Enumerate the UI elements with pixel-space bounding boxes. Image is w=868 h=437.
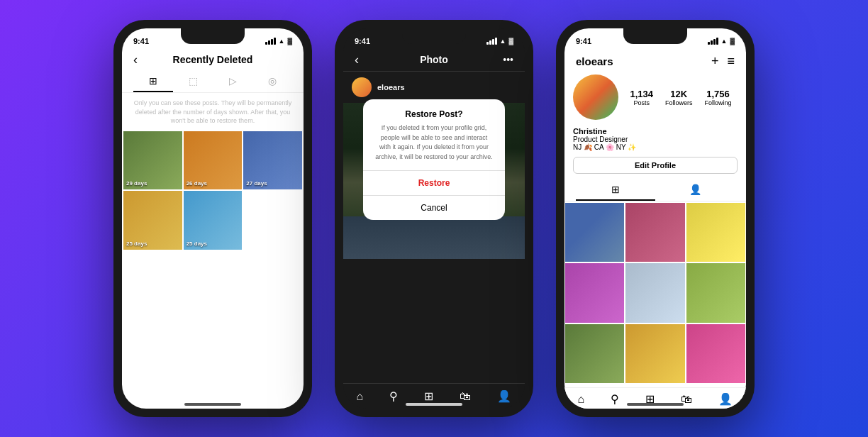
more-button[interactable]: ••• [503, 54, 513, 65]
tab-reels[interactable]: ▷ [213, 71, 252, 92]
profile-photo-3[interactable] [686, 203, 745, 262]
following-label: Following [704, 99, 731, 106]
posts-label: Posts [630, 99, 653, 106]
followers-count: 12K [665, 89, 693, 99]
nav-search-icon[interactable]: ⚲ [389, 389, 398, 403]
following-count: 1,756 [704, 89, 731, 99]
nav-reels-icon[interactable]: ⊞ [424, 389, 433, 403]
wifi-icon: ▲ [721, 38, 728, 45]
bio-name: Christine [573, 127, 738, 135]
profile-username: eloears [576, 55, 613, 67]
tab-tagged-view[interactable]: 👤 [655, 179, 735, 201]
cancel-button[interactable]: Cancel [363, 196, 505, 220]
page-title: Photo [420, 54, 448, 65]
nav-search-icon[interactable]: ⚲ [611, 392, 619, 406]
user-row: eloears [343, 72, 525, 103]
posts-stat: 1,134 Posts [630, 89, 653, 106]
header-actions: + ≡ [711, 54, 735, 69]
grid-item-1[interactable]: 29 days [123, 131, 182, 190]
battery-icon: ▓ [287, 38, 292, 45]
days-label: 25 days [187, 240, 207, 247]
bio-location: NJ 🍂 CA 🌸 NY ✨ [573, 143, 738, 151]
notch [402, 28, 466, 44]
menu-button[interactable]: ≡ [727, 54, 735, 69]
home-indicator [184, 403, 241, 406]
dialog-title: Restore Post? [363, 99, 505, 123]
phone-restore-dialog: 9:41 ▲ ▓ ‹ Photo ••• eloears [335, 20, 533, 417]
profile-stats: 1,134 Posts 12K Followers 1,756 Followin… [564, 74, 746, 127]
dialog-body: If you deleted it from your profile grid… [363, 123, 505, 170]
grid-item-5[interactable]: 25 days [184, 191, 243, 250]
phone-profile: 9:41 ▲ ▓ eloears + ≡ [556, 20, 755, 417]
profile-photo-2[interactable] [625, 203, 684, 262]
tab-grid-view[interactable]: ⊞ [576, 179, 655, 201]
nav-home-icon[interactable]: ⌂ [357, 390, 364, 403]
days-label: 25 days [126, 240, 147, 247]
add-content-button[interactable]: + [711, 54, 719, 69]
days-label: 26 days [187, 180, 207, 187]
profile-photo-5[interactable] [625, 263, 684, 322]
status-icons: ▲ ▓ [708, 38, 735, 45]
restore-button[interactable]: Restore [363, 171, 505, 195]
profile-photo-4[interactable] [565, 263, 624, 322]
profile-avatar [573, 74, 618, 120]
photo-below [343, 216, 525, 259]
phone1-screen: 9:41 ▲ ▓ ‹ Recently Deleted ⊞ ⬚ ▷ ◎ [122, 28, 304, 409]
following-stat[interactable]: 1,756 Following [704, 89, 731, 106]
status-time: 9:41 [355, 37, 370, 45]
notice-text: Only you can see these posts. They will … [122, 93, 304, 131]
nav-shop-icon[interactable]: 🛍 [460, 390, 471, 403]
profile-photo-7[interactable] [565, 324, 624, 383]
edit-profile-button[interactable]: Edit Profile [573, 157, 738, 174]
bio-occupation: Product Designer [573, 135, 738, 143]
tab-stories[interactable]: ⬚ [173, 71, 213, 92]
grid-item-3[interactable]: 27 days [243, 131, 302, 190]
profile-bio: Christine Product Designer NJ 🍂 CA 🌸 NY … [564, 127, 746, 157]
nav-profile-icon[interactable]: 👤 [497, 389, 511, 403]
profile-photo-1[interactable] [565, 203, 624, 262]
home-indicator [627, 403, 684, 406]
days-label: 29 days [126, 180, 147, 187]
dialog-overlay: Restore Post? If you deleted it from you… [343, 103, 525, 216]
page-title: Recently Deleted [173, 54, 253, 65]
header: ‹ Recently Deleted [122, 51, 304, 71]
phone3-screen: 9:41 ▲ ▓ eloears + ≡ [564, 28, 746, 409]
header: ‹ Photo ••• [343, 51, 525, 72]
nav-home-icon[interactable]: ⌂ [578, 393, 585, 406]
notch [181, 28, 245, 44]
nav-profile-icon[interactable]: 👤 [718, 392, 733, 406]
battery-icon: ▓ [730, 38, 735, 45]
status-time: 9:41 [133, 37, 149, 45]
notch [623, 28, 687, 44]
grid-item-2[interactable]: 26 days [184, 131, 243, 190]
back-button[interactable]: ‹ [355, 52, 359, 67]
status-icons: ▲ ▓ [486, 38, 513, 45]
profile-photo-grid [564, 203, 746, 383]
filter-tabs: ⊞ ⬚ ▷ ◎ [122, 71, 304, 93]
tab-live[interactable]: ◎ [252, 71, 292, 92]
followers-label: Followers [665, 99, 693, 106]
home-indicator [406, 403, 462, 406]
status-time: 9:41 [576, 37, 591, 45]
back-button[interactable]: ‹ [133, 52, 138, 67]
photo-grid: 29 days 26 days 27 days 25 days 25 days [122, 131, 304, 250]
signal-icon [265, 38, 276, 45]
grid-item-4[interactable]: 25 days [123, 191, 182, 250]
username-label: eloears [377, 83, 405, 92]
followers-stat[interactable]: 12K Followers [665, 89, 693, 106]
signal-icon [486, 38, 497, 45]
days-label: 27 days [246, 180, 267, 187]
profile-header: eloears + ≡ [564, 51, 746, 74]
profile-photo-9[interactable] [686, 324, 745, 383]
photo-area: Restore Post? If you deleted it from you… [343, 103, 525, 216]
status-icons: ▲ ▓ [265, 38, 292, 45]
stats-items: 1,134 Posts 12K Followers 1,756 Followin… [624, 89, 738, 106]
signal-icon [708, 38, 718, 45]
profile-photo-8[interactable] [625, 324, 684, 383]
restore-dialog: Restore Post? If you deleted it from you… [363, 99, 505, 220]
battery-icon: ▓ [508, 38, 513, 45]
wifi-icon: ▲ [279, 38, 285, 45]
tab-grid[interactable]: ⊞ [133, 71, 173, 92]
profile-photo-6[interactable] [686, 263, 745, 322]
posts-count: 1,134 [630, 89, 653, 99]
